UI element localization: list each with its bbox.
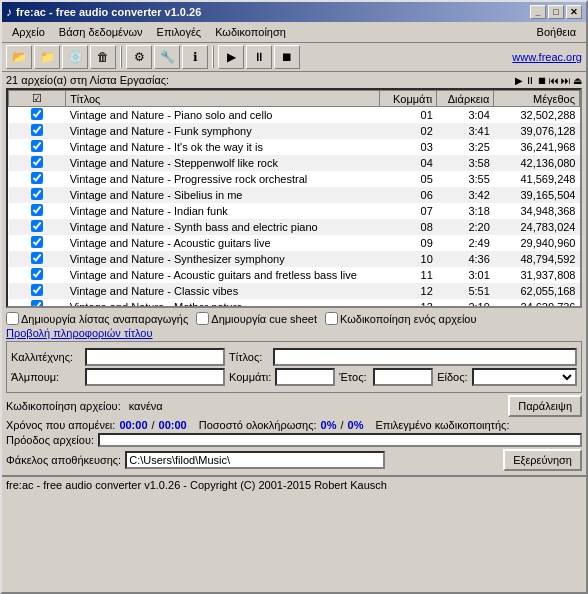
row-title: Vintage and Nature - Sibelius in me [66, 187, 380, 203]
browse-button[interactable]: Εξερεύνηση [503, 449, 582, 471]
col-track[interactable]: Κομμάτι [380, 91, 437, 107]
table-row[interactable]: Vintage and Nature - Classic vibes 12 5:… [9, 283, 580, 299]
artist-input[interactable] [85, 348, 225, 366]
col-size[interactable]: Μέγεθος [494, 91, 580, 107]
settings-button[interactable]: ⚙ [126, 45, 152, 69]
year-input[interactable] [373, 368, 433, 386]
table-row[interactable]: Vintage and Nature - Indian funk 07 3:18… [9, 203, 580, 219]
pause-ctrl[interactable]: ⏸ [525, 75, 535, 86]
menu-encode[interactable]: Κωδικοποίηση [209, 24, 292, 40]
row-checkbox[interactable] [9, 155, 66, 171]
row-duration: 4:36 [437, 251, 494, 267]
row-track: 05 [380, 171, 437, 187]
table-row[interactable]: Vintage and Nature - Piano solo and cell… [9, 107, 580, 124]
table-row[interactable]: Vintage and Nature - Synthesizer symphon… [9, 251, 580, 267]
row-checkbox[interactable] [9, 171, 66, 187]
row-track: 06 [380, 187, 437, 203]
website-link[interactable]: www.freac.org [512, 51, 582, 63]
table-row[interactable]: Vintage and Nature - Progressive rock or… [9, 171, 580, 187]
track-table-container[interactable]: ☑ Τίτλος Κομμάτι Διάρκεια Μέγεθος Vintag… [6, 88, 582, 308]
row-checkbox[interactable] [9, 235, 66, 251]
row-track: 07 [380, 203, 437, 219]
status-text: fre:ac - free audio converter v1.0.26 - … [6, 479, 387, 491]
title-info-link[interactable]: Προβολή πληροφοριών τίτλου [6, 327, 153, 339]
table-row[interactable]: Vintage and Nature - Funk symphony 02 3:… [9, 123, 580, 139]
stop-ctrl[interactable]: ⏹ [537, 75, 547, 86]
menu-options[interactable]: Επιλογές [151, 24, 208, 40]
row-title: Vintage and Nature - Funk symphony [66, 123, 380, 139]
playlist-checkbox[interactable] [6, 312, 19, 325]
cue-checkbox[interactable] [196, 312, 209, 325]
progress-row: Πρόοδος αρχείου: [6, 433, 582, 447]
row-duration: 5:51 [437, 283, 494, 299]
menu-file[interactable]: Αρχείο [6, 24, 51, 40]
playlist-checkbox-label[interactable]: Δημιουργία λίστας αναπαραγωγής [6, 312, 188, 325]
maximize-button[interactable]: □ [548, 5, 564, 19]
folder-input[interactable] [125, 451, 385, 469]
skip-button[interactable]: Παράλειψη [508, 395, 582, 417]
cue-label: Δημιουργία cue sheet [211, 313, 317, 325]
remove-button[interactable]: 🗑 [90, 45, 116, 69]
row-track: 13 [380, 299, 437, 308]
table-row[interactable]: Vintage and Nature - Sibelius in me 06 3… [9, 187, 580, 203]
row-duration: 3:42 [437, 187, 494, 203]
menu-help[interactable]: Βοήθεια [531, 24, 582, 40]
row-checkbox[interactable] [9, 187, 66, 203]
row-checkbox[interactable] [9, 139, 66, 155]
single-checkbox[interactable] [325, 312, 338, 325]
row-checkbox[interactable] [9, 299, 66, 308]
album-input[interactable] [85, 368, 225, 386]
cue-checkbox-label[interactable]: Δημιουργία cue sheet [196, 312, 317, 325]
row-title: Vintage and Nature - Synthesizer symphon… [66, 251, 380, 267]
stop-button[interactable]: ⏹ [274, 45, 300, 69]
row-track: 11 [380, 267, 437, 283]
add-files-button[interactable]: 📂 [6, 45, 32, 69]
single-checkbox-label[interactable]: Κωδικοποίηση ενός αρχείου [325, 312, 477, 325]
row-checkbox[interactable] [9, 283, 66, 299]
config-button[interactable]: 🔧 [154, 45, 180, 69]
track-list: Vintage and Nature - Piano solo and cell… [9, 107, 580, 309]
title-bar: ♪ fre:ac - free audio converter v1.0.26 … [2, 2, 586, 22]
genre-select[interactable] [472, 368, 577, 386]
info-button[interactable]: ℹ [182, 45, 208, 69]
app-icon: ♪ [6, 5, 12, 19]
row-checkbox[interactable] [9, 219, 66, 235]
pause-button[interactable]: ⏸ [246, 45, 272, 69]
next-ctrl[interactable]: ⏭ [561, 75, 571, 86]
table-row[interactable]: Vintage and Nature - It's ok the way it … [9, 139, 580, 155]
codec-left: Κωδικοποίηση αρχείου: κανένα [6, 400, 163, 412]
minimize-button[interactable]: _ [530, 5, 546, 19]
percent-value2: 0% [348, 419, 364, 431]
prev-ctrl[interactable]: ⏮ [549, 75, 559, 86]
play-button[interactable]: ▶ [218, 45, 244, 69]
progress-bar [98, 433, 582, 447]
menu-database[interactable]: Βάση δεδομένων [53, 24, 149, 40]
percent-sep: / [341, 419, 344, 431]
table-row[interactable]: Vintage and Nature - Synth bass and elec… [9, 219, 580, 235]
close-button[interactable]: ✕ [566, 5, 582, 19]
row-duration: 3:58 [437, 155, 494, 171]
add-cd-button[interactable]: 💿 [62, 45, 88, 69]
play-ctrl[interactable]: ▶ [515, 75, 523, 86]
row-checkbox[interactable] [9, 123, 66, 139]
row-checkbox[interactable] [9, 203, 66, 219]
eject-ctrl[interactable]: ⏏ [573, 75, 582, 86]
row-duration: 3:04 [437, 107, 494, 124]
add-folder-button[interactable]: 📁 [34, 45, 60, 69]
col-duration[interactable]: Διάρκεια [437, 91, 494, 107]
row-checkbox[interactable] [9, 251, 66, 267]
row-track: 08 [380, 219, 437, 235]
table-row[interactable]: Vintage and Nature - Acoustic guitars li… [9, 235, 580, 251]
playlist-label: Δημιουργία λίστας αναπαραγωγής [21, 313, 188, 325]
track-input[interactable] [275, 368, 335, 386]
row-track: 10 [380, 251, 437, 267]
title-input[interactable] [273, 348, 577, 366]
table-row[interactable]: Vintage and Nature - Acoustic guitars an… [9, 267, 580, 283]
table-row[interactable]: Vintage and Nature - Steppenwolf like ro… [9, 155, 580, 171]
codec-row: Κωδικοποίηση αρχείου: κανένα Παράλειψη [6, 395, 582, 417]
row-checkbox[interactable] [9, 267, 66, 283]
row-checkbox[interactable] [9, 107, 66, 124]
table-row[interactable]: Vintage and Nature - Mother nature 13 2:… [9, 299, 580, 308]
col-title[interactable]: Τίτλος [66, 91, 380, 107]
row-track: 01 [380, 107, 437, 124]
